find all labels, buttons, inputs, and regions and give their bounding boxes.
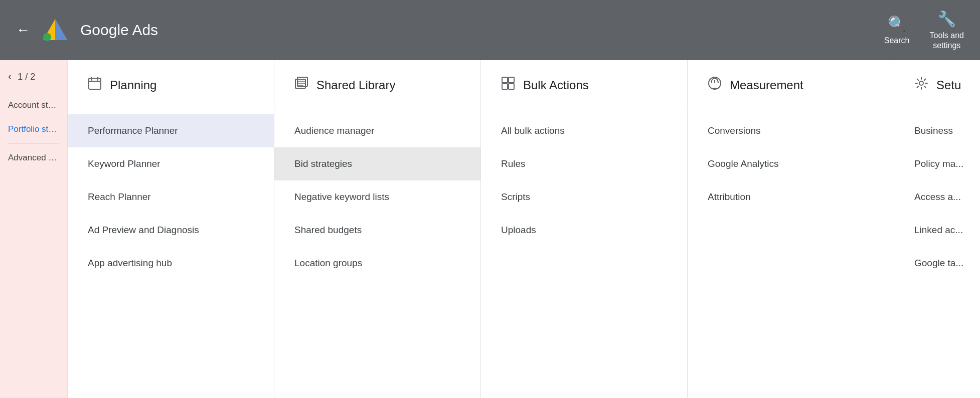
planning-title: Planning [110,78,156,92]
bulk-actions-items: All bulk actions Rules Scripts Uploads [481,108,687,253]
shared-library-column: Shared Library Audience manager Bid stra… [274,60,481,398]
menu-item-google-tag[interactable]: Google ta... [894,247,980,280]
header-actions: 🔍 Search 🔧 Tools andsettings [884,10,964,50]
measurement-title: Measurement [730,78,803,92]
planning-icon [88,76,102,94]
sidebar-item-portfolio-strategy[interactable]: Portfolio stra... [8,117,59,141]
menu-item-location-groups[interactable]: Location groups [274,247,480,280]
sidebar-nav: ‹ 1 / 2 [8,70,59,83]
search-label: Search [884,36,910,45]
menu-item-access[interactable]: Access a... [894,180,980,214]
setup-column: Setu Business Policy ma... Access a... L… [894,60,980,398]
sidebar-divider [8,143,59,144]
svg-rect-15 [509,84,514,89]
menu-columns: Planning Performance Planner Keyword Pla… [68,60,980,398]
measurement-items: Conversions Google Analytics Attribution [688,108,894,220]
planning-items: Performance Planner Keyword Planner Reac… [68,108,274,286]
svg-marker-1 [55,19,67,40]
search-button[interactable]: 🔍 Search [884,15,910,45]
svg-rect-3 [89,78,101,89]
menu-item-policy[interactable]: Policy ma... [894,147,980,180]
menu-item-scripts[interactable]: Scripts [481,180,687,214]
menu-item-performance-planner[interactable]: Performance Planner [68,114,274,147]
measurement-icon [708,76,722,94]
menu-item-google-analytics[interactable]: Google Analytics [688,147,894,180]
svg-point-2 [43,33,51,41]
svg-rect-12 [502,77,508,83]
sidebar-item-account-strategy[interactable]: Account stra... [8,93,59,117]
menu-item-shared-budgets[interactable]: Shared budgets [274,214,480,247]
menu-item-negative-keyword-lists[interactable]: Negative keyword lists [274,180,480,214]
menu-item-bid-strategies[interactable]: Bid strategies [274,147,480,180]
setup-header: Setu [894,76,980,108]
shared-library-icon [294,76,308,94]
shared-library-header: Shared Library [274,76,480,108]
planning-header: Planning [68,76,274,108]
measurement-column: Measurement Conversions Google Analytics… [688,60,894,398]
header: ← Google Ads 🔍 Search 🔧 Tools andsetting… [0,0,980,60]
measurement-header: Measurement [688,76,894,108]
menu-item-audience-manager[interactable]: Audience manager [274,114,480,147]
tools-settings-button[interactable]: 🔧 Tools andsettings [930,10,964,50]
shared-library-items: Audience manager Bid strategies Negative… [274,108,480,286]
sidebar-pagination: 1 / 2 [18,72,35,82]
back-icon: ← [16,22,30,38]
sidebar: ‹ 1 / 2 Account stra... Portfolio stra..… [0,60,68,398]
bulk-actions-header: Bulk Actions [481,76,687,108]
setup-title: Setu [936,78,961,92]
svg-point-19 [919,81,923,85]
menu-item-all-bulk-actions[interactable]: All bulk actions [481,114,687,147]
svg-rect-13 [509,77,514,83]
setup-items: Business Policy ma... Access a... Linked… [894,108,980,286]
bulk-actions-icon [501,76,515,94]
svg-rect-14 [502,84,508,89]
menu-item-attribution[interactable]: Attribution [688,180,894,214]
menu-item-app-hub[interactable]: App advertising hub [68,247,274,280]
tools-icon: 🔧 [937,10,956,28]
setup-icon [914,76,928,94]
shared-library-title: Shared Library [316,78,395,92]
app-title: Google Ads [80,22,158,39]
menu-item-rules[interactable]: Rules [481,147,687,180]
sidebar-prev-arrow[interactable]: ‹ [8,70,12,83]
bulk-actions-title: Bulk Actions [523,78,589,92]
menu-item-ad-preview[interactable]: Ad Preview and Diagnosis [68,214,274,247]
google-ads-logo-icon [42,17,68,43]
tools-label: Tools andsettings [930,31,964,50]
search-icon: 🔍 [888,15,906,33]
menu-item-keyword-planner[interactable]: Keyword Planner [68,147,274,180]
content-area: ‹ 1 / 2 Account stra... Portfolio stra..… [0,60,980,398]
menu-item-uploads[interactable]: Uploads [481,214,687,247]
back-button[interactable]: ← [16,22,30,38]
menu-item-linked-accounts[interactable]: Linked ac... [894,214,980,247]
bulk-actions-column: Bulk Actions All bulk actions Rules Scri… [481,60,688,398]
menu-item-business[interactable]: Business [894,114,980,147]
menu-item-reach-planner[interactable]: Reach Planner [68,180,274,214]
logo: Google Ads [42,17,158,43]
sidebar-item-advanced[interactable]: Advanced co... [8,146,59,170]
menu-item-conversions[interactable]: Conversions [688,114,894,147]
planning-column: Planning Performance Planner Keyword Pla… [68,60,274,398]
